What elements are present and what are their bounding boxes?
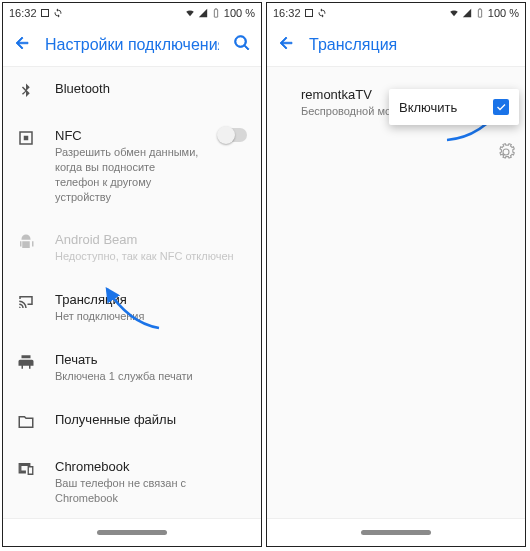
print-icon <box>17 353 35 371</box>
notif-icon <box>305 9 313 17</box>
app-header: Настройки подключения <box>3 23 261 67</box>
row-cast[interactable]: Трансляция Нет подключения <box>3 278 261 338</box>
search-button[interactable] <box>233 34 251 56</box>
row-received-files[interactable]: Полученные файлы <box>3 398 261 445</box>
row-label: Полученные файлы <box>55 412 247 427</box>
status-time: 16:32 <box>273 7 301 19</box>
row-nfc[interactable]: NFC Разрешить обмен данными, когда вы по… <box>3 114 261 218</box>
status-bar: 16:32 100 % <box>3 3 261 23</box>
nav-bar[interactable] <box>267 518 525 546</box>
popup-label: Включить <box>399 100 493 115</box>
enable-checkbox[interactable] <box>493 99 509 115</box>
android-icon <box>17 233 35 251</box>
phone-right: 16:32 100 % Трансляция Включить remon <box>266 2 526 547</box>
row-print[interactable]: Печать Включена 1 служба печати <box>3 338 261 398</box>
row-sub: Включена 1 служба печати <box>55 369 247 384</box>
row-sub: Недоступно, так как NFC отключен <box>55 249 247 264</box>
back-button[interactable] <box>13 34 31 56</box>
folder-icon <box>17 413 35 431</box>
gear-icon <box>497 143 515 161</box>
settings-list: Bluetooth NFC Разрешить обмен данными, к… <box>3 67 261 518</box>
cast-icon <box>17 293 35 311</box>
wifi-icon <box>185 8 195 18</box>
row-label: Chromebook <box>55 459 247 474</box>
device-settings-button[interactable] <box>497 143 515 165</box>
home-pill[interactable] <box>97 530 167 535</box>
row-label: Bluetooth <box>55 81 247 96</box>
wifi-icon <box>449 8 459 18</box>
row-label: NFC <box>55 128 201 143</box>
row-sub: Ваш телефон не связан с Chromebook <box>55 476 247 506</box>
phone-left: 16:32 100 % Настройки подключения Blueto… <box>2 2 262 547</box>
page-title: Настройки подключения <box>45 36 219 54</box>
row-label: Android Beam <box>55 232 247 247</box>
cast-list: Включить remontkaTV Беспроводной монитор <box>267 67 525 518</box>
enable-popup[interactable]: Включить <box>389 89 519 125</box>
battery-icon <box>211 8 221 18</box>
status-bar: 16:32 100 % <box>267 3 525 23</box>
status-battery: 100 % <box>224 7 255 19</box>
page-title: Трансляция <box>309 36 515 54</box>
bluetooth-icon <box>17 82 35 100</box>
signal-icon <box>198 8 208 18</box>
row-bluetooth[interactable]: Bluetooth <box>3 67 261 114</box>
nfc-switch[interactable] <box>219 128 247 142</box>
battery-icon <box>475 8 485 18</box>
notif-icon <box>41 9 49 17</box>
row-label: Печать <box>55 352 247 367</box>
sync-icon <box>317 8 327 18</box>
row-sub: Нет подключения <box>55 309 247 324</box>
sync-icon <box>53 8 63 18</box>
home-pill[interactable] <box>361 530 431 535</box>
devices-icon <box>17 460 35 478</box>
app-header: Трансляция <box>267 23 525 67</box>
row-android-beam: Android Beam Недоступно, так как NFC отк… <box>3 218 261 278</box>
row-sub: Разрешить обмен данными, когда вы поднос… <box>55 145 201 204</box>
back-button[interactable] <box>277 34 295 56</box>
row-label: Трансляция <box>55 292 247 307</box>
nav-bar[interactable] <box>3 518 261 546</box>
signal-icon <box>462 8 472 18</box>
svg-rect-1 <box>24 136 29 141</box>
row-chromebook[interactable]: Chromebook Ваш телефон не связан с Chrom… <box>3 445 261 518</box>
nfc-icon <box>17 129 35 147</box>
status-time: 16:32 <box>9 7 37 19</box>
status-battery: 100 % <box>488 7 519 19</box>
